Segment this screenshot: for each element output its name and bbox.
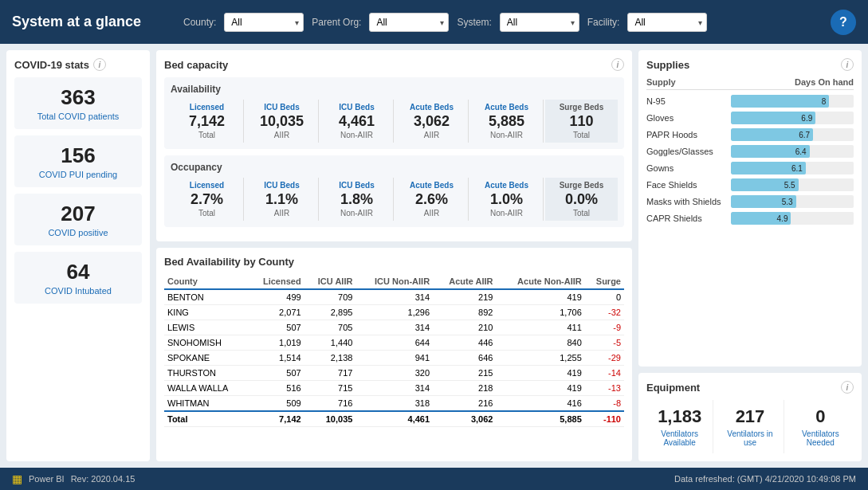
cell-icu-non: 314: [355, 381, 433, 396]
footer-left: ▦ Power BI Rev: 2020.04.15: [12, 472, 135, 485]
cell-icu-aiir: 717: [304, 366, 356, 381]
occ-cell-4: Acute Beds 1.0% Non-AIIR: [470, 178, 544, 221]
facility-select[interactable]: All: [627, 13, 707, 32]
stat-pui-number: 156: [22, 143, 134, 168]
equipment-grid: 1,183 Ventilators Available 217 Ventilat…: [646, 400, 854, 453]
supply-row: Gloves 6.9: [646, 112, 854, 124]
cell-icu-non: 1,296: [355, 305, 433, 320]
equip-cell-0: 1,183 Ventilators Available: [646, 400, 713, 453]
supply-bar: 6.4: [731, 145, 810, 158]
bed-capacity-title: Bed capacity i: [164, 58, 624, 71]
cell-county: THURSTON: [164, 366, 249, 381]
supply-name: Goggles/Glasses: [646, 147, 726, 156]
supply-value: 8: [822, 97, 827, 106]
supply-name: Masks with Shields: [646, 197, 726, 206]
supply-row: Face Shields 5.5: [646, 178, 854, 191]
supply-bar: 6.1: [731, 162, 806, 174]
occupancy-grid: Occupancy Licensed 2.7% Total ICU Beds 1…: [164, 155, 624, 227]
help-button[interactable]: ?: [831, 10, 856, 35]
cell-county: SPOKANE: [164, 351, 249, 366]
supply-row: N-95 8: [646, 95, 854, 108]
cell-icu-aiir: 1,440: [304, 335, 356, 351]
supplies-title: Supplies i: [646, 58, 854, 71]
stat-total-covid-number: 363: [22, 85, 134, 110]
covid-stats-panel: COVID-19 stats i 363 Total COVID patient…: [6, 50, 150, 461]
supply-value: 6.7: [799, 131, 810, 139]
table-row: WALLA WALLA 516 715 314 218 419 -13: [164, 381, 624, 396]
supply-bar-wrap: 4.9: [731, 212, 854, 225]
county-bed-table: County Licensed ICU AIIR ICU Non-AIIR Ac…: [164, 274, 624, 427]
table-row: WHITMAN 509 716 318 216 416 -8: [164, 396, 624, 412]
cell-county: KING: [164, 305, 249, 320]
supply-bar: 8: [731, 95, 829, 108]
occupancy-row: Licensed 2.7% Total ICU Beds 1.1% AIIR I…: [171, 178, 618, 221]
supply-value: 6.4: [795, 147, 807, 156]
system-select-wrapper[interactable]: All: [500, 13, 579, 32]
avail-cell-1: ICU Beds 10,035 AIIR: [245, 100, 319, 143]
cell-acute-non: 416: [496, 396, 584, 412]
parent-org-select-wrapper[interactable]: All: [369, 13, 449, 32]
col-acute-non: Acute Non-AIIR: [496, 274, 584, 289]
stat-pui-label[interactable]: COVID PUI pending: [22, 170, 134, 179]
col-icu-non: ICU Non-AIIR: [355, 274, 433, 289]
supply-name: Face Shields: [646, 180, 726, 190]
supplies-info-icon[interactable]: i: [841, 58, 854, 71]
ventilators-needed-label[interactable]: Ventilators Needed: [791, 429, 850, 447]
cell-acute-aiir: 216: [433, 396, 496, 412]
covid-stats-info-icon[interactable]: i: [93, 58, 106, 71]
stat-total-covid-label[interactable]: Total COVID patients: [22, 112, 134, 121]
supply-value: 5.5: [784, 181, 795, 190]
cell-icu-aiir: 2,895: [304, 305, 356, 320]
avail-cell-0: Licensed 7,142 Total: [171, 100, 244, 143]
col-icu-aiir: ICU AIIR: [304, 274, 356, 289]
supply-row: Gowns 6.1: [646, 162, 854, 174]
ventilators-available-label[interactable]: Ventilators Available: [650, 429, 709, 447]
footer-rev: Rev: 2020.04.15: [71, 474, 136, 484]
filter-bar: County: All Parent Org: All System: All …: [183, 13, 819, 32]
stat-positive-label[interactable]: COVID positive: [22, 228, 134, 237]
county-filter-label: County:: [183, 17, 216, 28]
powerbi-icon: ▦: [12, 472, 22, 485]
occ-cell-2: ICU Beds 1.8% Non-AIIR: [320, 178, 394, 221]
table-row: THURSTON 507 717 320 215 419 -14: [164, 366, 624, 381]
supply-bar-wrap: 5.5: [731, 178, 854, 191]
supply-name: CAPR Shields: [646, 214, 726, 223]
cell-licensed: 7,142: [249, 411, 304, 427]
cell-acute-non: 411: [496, 320, 584, 335]
avail-cell-5: Surge Beds 110 Total: [545, 100, 618, 143]
cell-acute-aiir: 3,062: [433, 411, 496, 427]
cell-icu-non: 320: [355, 366, 433, 381]
covid-stats-title: COVID-19 stats i: [14, 58, 142, 71]
stat-positive-number: 207: [22, 202, 134, 226]
supply-header: Supply Days On hand: [646, 77, 854, 90]
ventilators-available-number: 1,183: [650, 406, 709, 427]
county-select-wrapper[interactable]: All: [224, 13, 304, 32]
supply-row: PAPR Hoods 6.7: [646, 128, 854, 141]
parent-org-select[interactable]: All: [369, 13, 449, 32]
stat-card-pui-pending: 156 COVID PUI pending: [14, 135, 142, 187]
supplies-panel: Supplies i Supply Days On hand N-95 8 Gl…: [638, 50, 862, 367]
center-panel: Bed capacity i Availability Licensed 7,1…: [156, 50, 632, 461]
table-row: KING 2,071 2,895 1,296 892 1,706 -32: [164, 305, 624, 320]
right-panel: Supplies i Supply Days On hand N-95 8 Gl…: [638, 50, 862, 461]
system-select[interactable]: All: [500, 13, 579, 32]
supply-bar-wrap: 8: [731, 95, 854, 108]
supply-row: Goggles/Glasses 6.4: [646, 145, 854, 158]
cell-surge: -32: [585, 305, 624, 320]
cell-acute-aiir: 210: [433, 320, 496, 335]
col-county: County: [164, 274, 249, 289]
ventilators-in-use-label[interactable]: Ventilators in use: [720, 429, 780, 447]
cell-surge: -110: [585, 411, 624, 427]
bed-availability-county-panel: Bed Availability by County County Licens…: [156, 248, 632, 461]
occ-cell-3: Acute Beds 2.6% AIIR: [395, 178, 469, 221]
bed-capacity-panel: Bed capacity i Availability Licensed 7,1…: [156, 50, 632, 241]
bed-capacity-info-icon[interactable]: i: [611, 58, 624, 71]
facility-filter-label: Facility:: [587, 17, 620, 28]
equipment-info-icon[interactable]: i: [841, 381, 854, 394]
col-surge: Surge: [585, 274, 624, 289]
county-select[interactable]: All: [224, 13, 304, 32]
facility-select-wrapper[interactable]: All: [627, 13, 707, 32]
availability-grid: Availability Licensed 7,142 Total ICU Be…: [164, 77, 624, 149]
stat-intubated-label[interactable]: COVID Intubated: [22, 286, 134, 296]
supply-bar: 4.9: [731, 212, 791, 225]
